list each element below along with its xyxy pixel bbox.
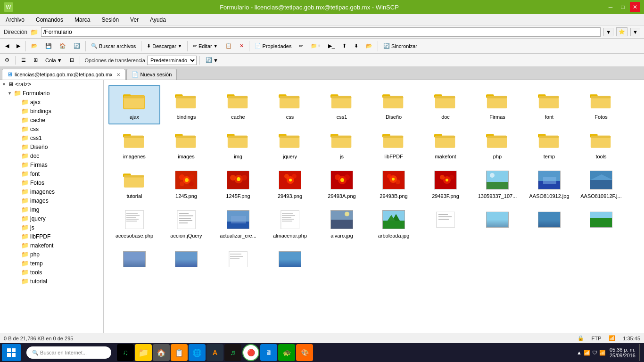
- tree-item-tools[interactable]: 📁 tools: [0, 268, 103, 277]
- file-item-jquery[interactable]: jquery: [264, 124, 316, 164]
- taskbar-app-spotify1[interactable]: ♫: [117, 344, 134, 361]
- taskbar-app-home[interactable]: 🏠: [153, 344, 170, 361]
- tree-item-php[interactable]: 📁 php: [0, 250, 103, 259]
- file-item-alvaro[interactable]: alvaro.jpg: [316, 204, 368, 243]
- file-item-libfpdf[interactable]: libFPDF: [368, 124, 420, 164]
- address-dropdown-btn[interactable]: ▼: [603, 28, 613, 36]
- taskbar-app-amazon[interactable]: A: [206, 344, 223, 361]
- taskbar-app-paint[interactable]: 🎨: [296, 344, 313, 361]
- tree-item-font[interactable]: 📁 font: [0, 169, 103, 178]
- transfer-select[interactable]: Predeterminado: [147, 56, 197, 65]
- menu-ver[interactable]: Ver: [128, 16, 140, 24]
- tree-item-diseno[interactable]: 📁 Diseño: [0, 142, 103, 151]
- tree-item-firmas[interactable]: 📁 Firmas: [0, 160, 103, 169]
- file-item-accionjquery[interactable]: accion.jQuery: [160, 204, 212, 243]
- file-item-29493b[interactable]: 29493B.png: [368, 164, 420, 204]
- file-item-bottom-7[interactable]: [212, 243, 264, 275]
- address-bookmark-btn[interactable]: ⭐: [616, 27, 627, 36]
- taskbar-app-winscp[interactable]: 🖥: [260, 344, 277, 361]
- edit2-btn[interactable]: ✏: [296, 40, 306, 52]
- nav-back-btn[interactable]: ◀: [2, 40, 12, 52]
- file-item-bottom-8[interactable]: [264, 243, 316, 275]
- tree-item-temp[interactable]: 📁 temp: [0, 259, 103, 268]
- tray-expand-icon[interactable]: ▲: [577, 350, 582, 355]
- tree-item-makefont[interactable]: 📁 makefont: [0, 241, 103, 250]
- file-item-aaso810912[interactable]: AASO810912.jpg: [523, 164, 575, 204]
- file-item-29493f[interactable]: 29493F.png: [420, 164, 471, 204]
- tree-item-bindings[interactable]: 📁 bindings: [0, 107, 103, 115]
- tree-item-css1[interactable]: 📁 css1: [0, 133, 103, 142]
- file-item-doc[interactable]: doc: [420, 85, 471, 124]
- taskbar-app-turtle[interactable]: 🐢: [278, 344, 295, 361]
- home-btn[interactable]: 🏠: [56, 40, 69, 52]
- properties-btn[interactable]: 📄 Propiedades: [251, 40, 295, 52]
- tree-item-cache[interactable]: 📁 cache: [0, 115, 103, 124]
- layout-btn[interactable]: ⊟: [67, 56, 77, 65]
- tree-item-img[interactable]: 📁 img: [0, 205, 103, 214]
- view-list-btn[interactable]: ☰: [18, 56, 29, 65]
- file-item-tools[interactable]: tools: [575, 124, 627, 164]
- edit-btn[interactable]: ✏ Editar ▼: [190, 40, 221, 52]
- menu-archivo[interactable]: Archivo: [4, 16, 26, 24]
- file-item-29493a[interactable]: 29493A.png: [316, 164, 368, 204]
- file-item-tutorial[interactable]: tutorial: [108, 164, 160, 204]
- tree-item-libfpdf[interactable]: 📁 libFPDF: [0, 232, 103, 241]
- file-item-actualizar[interactable]: actualizar_cre...: [212, 204, 264, 243]
- save-btn[interactable]: 💾: [42, 40, 55, 52]
- newfolder-btn[interactable]: 📁+: [307, 40, 323, 52]
- file-item-firmas[interactable]: Firmas: [471, 85, 523, 124]
- refresh-btn[interactable]: 🔄: [70, 40, 83, 52]
- tree-item-js[interactable]: 📁 js: [0, 223, 103, 232]
- file-item-1245f[interactable]: 1245F.png: [212, 164, 264, 204]
- open-btn[interactable]: 📂: [28, 40, 41, 52]
- file-item-diseno[interactable]: Diseño: [368, 85, 420, 124]
- maximize-button[interactable]: □: [618, 2, 628, 12]
- file-item-accesobase[interactable]: accesobase.php: [108, 204, 160, 243]
- file-item-bottom-3[interactable]: [523, 204, 575, 243]
- view-grid-btn[interactable]: ⊞: [31, 56, 41, 65]
- menu-sesion[interactable]: Sesión: [99, 16, 121, 24]
- tree-item-css[interactable]: 📁 css: [0, 124, 103, 133]
- file-item-temp[interactable]: temp: [523, 124, 575, 164]
- file-item-css[interactable]: css: [264, 85, 316, 124]
- close-button[interactable]: ✕: [630, 2, 640, 12]
- file-item-bindings[interactable]: bindings: [160, 85, 212, 124]
- file-item-13059337[interactable]: 13059337_107...: [471, 164, 523, 204]
- file-item-29493[interactable]: 29493.png: [264, 164, 316, 204]
- file-item-css1[interactable]: css1: [316, 85, 368, 124]
- queue-btn[interactable]: Cola ▼: [42, 56, 65, 65]
- file-item-makefont[interactable]: makefont: [420, 124, 471, 164]
- file-item-img[interactable]: img: [212, 124, 264, 164]
- file-item-1245[interactable]: 1245.png: [160, 164, 212, 204]
- file-item-js[interactable]: js: [316, 124, 368, 164]
- tab-new-session[interactable]: 📄 Nueva sesión: [126, 69, 177, 80]
- file-item-bottom-5[interactable]: [108, 243, 160, 275]
- file-item-ajax[interactable]: ajax: [108, 85, 160, 124]
- refresh2-btn[interactable]: 🔄 ▼: [203, 56, 221, 65]
- menu-marca[interactable]: Marca: [73, 16, 92, 24]
- show-desktop-btn[interactable]: [639, 344, 642, 361]
- upload-btn[interactable]: ⬆: [339, 40, 350, 52]
- taskbar-app-spotify2[interactable]: ♬: [224, 344, 241, 361]
- tree-item-fotos[interactable]: 📁 Fotos: [0, 178, 103, 187]
- taskbar-app-ie[interactable]: 🌐: [189, 344, 206, 361]
- taskbar-app-clipboard[interactable]: 📋: [171, 344, 188, 361]
- taskbar-search[interactable]: [22, 344, 116, 361]
- settings-btn[interactable]: ⚙: [2, 56, 12, 65]
- tree-item-formulario[interactable]: ▼ 📁 Formulario: [0, 89, 103, 98]
- tree-item-ajax[interactable]: 📁 ajax: [0, 98, 103, 107]
- menu-ayuda[interactable]: Ayuda: [148, 16, 168, 24]
- download2-btn[interactable]: ⬇: [351, 40, 362, 52]
- tree-item-jquery[interactable]: 📁 jquery: [0, 214, 103, 223]
- file-item-arboleada[interactable]: arboleada.jpg: [368, 204, 420, 243]
- file-item-cache[interactable]: cache: [212, 85, 264, 124]
- file-item-php-folder[interactable]: php: [471, 124, 523, 164]
- file-item-aaso810912f[interactable]: AASO810912F.j...: [575, 164, 627, 204]
- taskbar-app-chrome[interactable]: 🔴: [242, 344, 259, 361]
- download-btn[interactable]: ⬇ Descargar ▼: [143, 40, 185, 52]
- minimize-button[interactable]: ─: [605, 2, 616, 12]
- file-item-almacenar[interactable]: almacenar.php: [264, 204, 316, 243]
- delete-btn[interactable]: ✕: [236, 40, 247, 52]
- tab-close-1[interactable]: ✕: [116, 72, 120, 77]
- tree-item-imagenes[interactable]: 📁 imagenes: [0, 187, 103, 196]
